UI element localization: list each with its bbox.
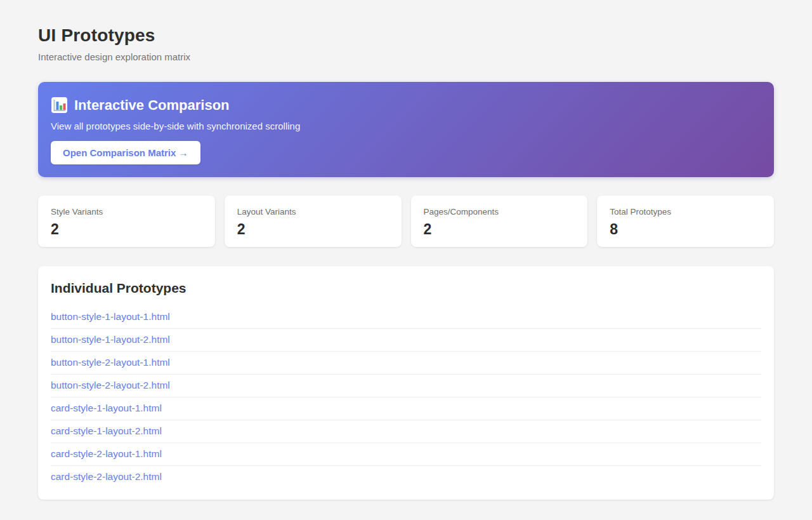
list-item: card-style-2-layout-2.html xyxy=(51,466,761,488)
stat-card-total-prototypes: Total Prototypes 8 xyxy=(597,196,774,247)
stat-label: Pages/Components xyxy=(424,207,575,217)
stat-value: 8 xyxy=(610,221,761,238)
bar-chart-icon xyxy=(51,97,68,114)
list-item: button-style-1-layout-1.html xyxy=(51,306,761,329)
stat-label: Style Variants xyxy=(51,207,202,217)
page-container: UI Prototypes Interactive design explora… xyxy=(0,0,812,520)
banner-title-row: Interactive Comparison xyxy=(51,97,761,114)
list-item: card-style-1-layout-1.html xyxy=(51,397,761,420)
stat-card-layout-variants: Layout Variants 2 xyxy=(225,196,402,247)
page-subtitle: Interactive design exploration matrix xyxy=(38,51,774,62)
prototype-link[interactable]: button-style-1-layout-2.html xyxy=(51,334,170,345)
page-title: UI Prototypes xyxy=(38,25,774,46)
stat-value: 2 xyxy=(237,221,389,238)
individual-prototypes-heading: Individual Prototypes xyxy=(51,281,761,296)
prototype-link[interactable]: button-style-2-layout-2.html xyxy=(51,380,170,390)
stat-value: 2 xyxy=(51,221,202,238)
stat-label: Layout Variants xyxy=(237,207,389,217)
list-item: button-style-1-layout-2.html xyxy=(51,329,761,352)
open-comparison-matrix-button[interactable]: Open Comparison Matrix → xyxy=(51,141,200,164)
interactive-comparison-banner: Interactive Comparison View all prototyp… xyxy=(38,82,774,177)
stat-label: Total Prototypes xyxy=(610,207,761,217)
prototype-link[interactable]: card-style-1-layout-2.html xyxy=(51,425,162,436)
list-item: card-style-1-layout-2.html xyxy=(51,420,761,443)
prototype-link[interactable]: button-style-2-layout-1.html xyxy=(51,357,170,368)
individual-prototypes-card: Individual Prototypes button-style-1-lay… xyxy=(38,266,774,500)
prototype-link[interactable]: card-style-2-layout-2.html xyxy=(51,471,162,482)
prototype-list: button-style-1-layout-1.html button-styl… xyxy=(51,306,761,488)
prototype-link[interactable]: button-style-1-layout-1.html xyxy=(51,311,170,322)
list-item: card-style-2-layout-1.html xyxy=(51,443,761,466)
stat-card-style-variants: Style Variants 2 xyxy=(38,196,215,247)
prototype-link[interactable]: card-style-2-layout-1.html xyxy=(51,448,162,459)
list-item: button-style-2-layout-1.html xyxy=(51,352,761,375)
stat-card-pages-components: Pages/Components 2 xyxy=(411,196,588,247)
list-item: button-style-2-layout-2.html xyxy=(51,375,761,397)
prototype-link[interactable]: card-style-1-layout-1.html xyxy=(51,403,162,413)
stat-value: 2 xyxy=(424,221,575,238)
banner-title: Interactive Comparison xyxy=(74,97,230,114)
banner-description: View all prototypes side-by-side with sy… xyxy=(51,121,761,131)
stats-row: Style Variants 2 Layout Variants 2 Pages… xyxy=(38,196,774,247)
